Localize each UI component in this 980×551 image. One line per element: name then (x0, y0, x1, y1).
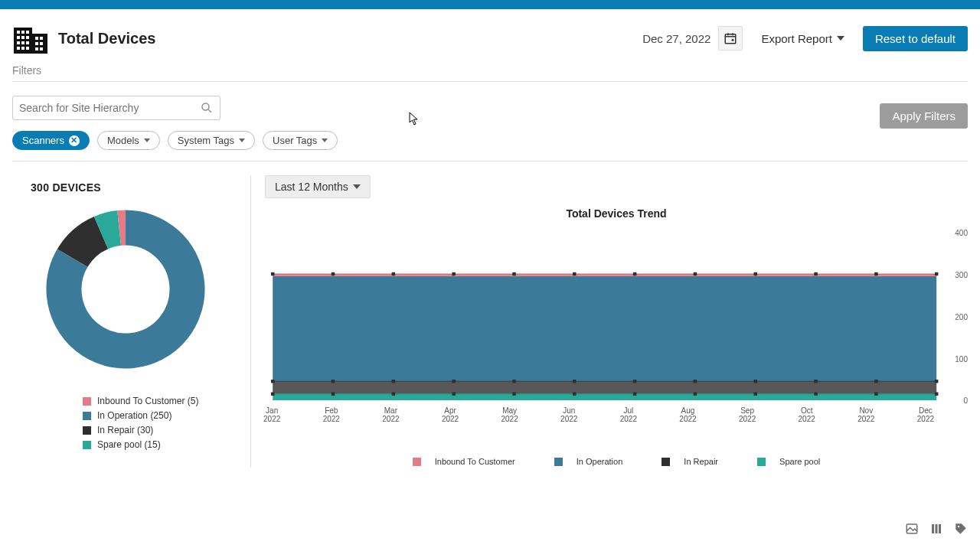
chip-models-label: Models (107, 135, 139, 146)
export-report-button[interactable]: Export Report (750, 27, 855, 51)
svg-rect-8 (17, 41, 20, 44)
legend-swatch (554, 458, 563, 466)
ytick: 0 (963, 396, 968, 405)
svg-rect-58 (633, 393, 636, 396)
svg-rect-63 (754, 380, 757, 383)
content-row: 300 DEVICES Inbound To Customer (5) In O… (0, 161, 980, 468)
device-count-label: 300 DEVICES (31, 181, 238, 194)
legend-item-spare: Spare pool (15) (83, 439, 238, 450)
svg-rect-9 (21, 41, 24, 44)
device-summary-panel: 300 DEVICES Inbound To Customer (5) In O… (12, 175, 251, 468)
chip-user-tags-label: User Tags (273, 135, 317, 146)
svg-rect-13 (26, 47, 29, 50)
svg-rect-38 (271, 272, 274, 276)
xtick: Jul2022 (612, 406, 645, 423)
svg-rect-5 (17, 36, 20, 39)
time-range-selector[interactable]: Last 12 Months (265, 175, 371, 198)
legend-swatch (83, 426, 91, 435)
svg-rect-65 (814, 272, 817, 276)
legend-swatch (83, 412, 91, 420)
legend-label: Inbound To Customer (5) (97, 396, 199, 406)
reset-default-button[interactable]: Reset to default (863, 26, 968, 51)
trend-panel: Last 12 Months Total Devices Trend (251, 175, 968, 468)
svg-rect-20 (726, 34, 737, 44)
svg-point-24 (732, 39, 734, 41)
svg-rect-49 (452, 393, 455, 396)
chip-models[interactable]: Models (97, 131, 160, 150)
legend-item-in-operation: In Operation (545, 457, 632, 466)
ytick: 400 (955, 229, 968, 237)
legend-item-spare: Spare pool (748, 457, 829, 466)
legend-label: In Repair (684, 457, 718, 466)
svg-rect-59 (694, 272, 697, 276)
svg-rect-56 (633, 272, 636, 276)
svg-rect-45 (392, 380, 395, 383)
tag-icon[interactable] (954, 522, 968, 536)
svg-rect-62 (754, 272, 757, 276)
xtick: May2022 (493, 406, 527, 423)
svg-rect-11 (17, 47, 20, 50)
svg-rect-54 (573, 380, 576, 383)
legend-label: In Repair (30) (97, 425, 153, 435)
svg-rect-51 (512, 380, 515, 383)
time-range-label: Last 12 Months (275, 181, 348, 193)
svg-rect-61 (694, 393, 697, 396)
svg-rect-70 (874, 393, 877, 396)
svg-rect-43 (332, 393, 335, 396)
ytick: 300 (955, 271, 968, 279)
trend-title: Total Devices Trend (265, 207, 968, 220)
image-view-icon[interactable] (905, 522, 919, 536)
legend-label: In Operation (577, 457, 623, 466)
caret-down-icon (239, 139, 245, 142)
search-icon (200, 101, 214, 115)
svg-rect-15 (40, 37, 43, 40)
chip-scanners-remove-icon[interactable]: ✕ (69, 135, 80, 146)
svg-rect-4 (26, 31, 29, 34)
legend-label: Inbound To Customer (435, 457, 515, 466)
apply-filters-button[interactable]: Apply Filters (880, 103, 968, 129)
svg-rect-16 (35, 42, 38, 45)
export-report-label: Export Report (761, 32, 832, 45)
ytick: 200 (955, 313, 968, 321)
svg-rect-50 (512, 272, 515, 276)
site-hierarchy-search[interactable] (12, 96, 220, 120)
chip-system-tags[interactable]: System Tags (168, 131, 255, 150)
svg-rect-73 (935, 393, 938, 396)
legend-label: Spare pool (779, 457, 820, 466)
svg-rect-75 (932, 524, 934, 533)
legend-swatch (83, 397, 91, 406)
svg-rect-7 (26, 36, 29, 39)
svg-rect-33 (273, 276, 936, 382)
svg-rect-31 (273, 394, 936, 400)
svg-rect-14 (35, 37, 38, 40)
xtick: Jun2022 (552, 406, 586, 423)
svg-rect-12 (21, 47, 24, 50)
legend-swatch (413, 458, 421, 466)
chip-scanners[interactable]: Scanners ✕ (12, 131, 90, 150)
svg-rect-72 (935, 380, 938, 383)
devices-donut-chart (38, 201, 214, 377)
legend-swatch (83, 441, 91, 449)
svg-rect-77 (939, 524, 941, 533)
svg-rect-64 (754, 393, 757, 396)
ytick: 100 (955, 355, 968, 364)
xtick: Aug2022 (671, 406, 704, 423)
columns-view-icon[interactable] (929, 522, 943, 536)
svg-rect-10 (26, 41, 29, 44)
caret-down-icon (353, 184, 361, 189)
svg-rect-46 (392, 393, 395, 396)
date-picker-button[interactable] (718, 26, 743, 51)
trend-chart: 0 100 200 300 400 Jan2022Feb2022Mar2022A… (265, 224, 968, 431)
caret-down-icon (144, 139, 150, 142)
legend-swatch (662, 458, 670, 466)
svg-point-25 (202, 103, 209, 110)
chip-user-tags[interactable]: User Tags (263, 131, 338, 150)
filters-section: Filters Scanners ✕ Models System Tags Us… (0, 64, 980, 161)
page-title: Total Devices (58, 30, 155, 47)
svg-rect-17 (40, 42, 43, 45)
legend-item-inbound: Inbound To Customer (5) (83, 396, 238, 406)
legend-label: In Operation (250) (97, 410, 172, 421)
site-hierarchy-input[interactable] (19, 102, 200, 114)
report-date: Dec 27, 2022 (642, 32, 710, 45)
top-accent-bar (0, 0, 980, 9)
